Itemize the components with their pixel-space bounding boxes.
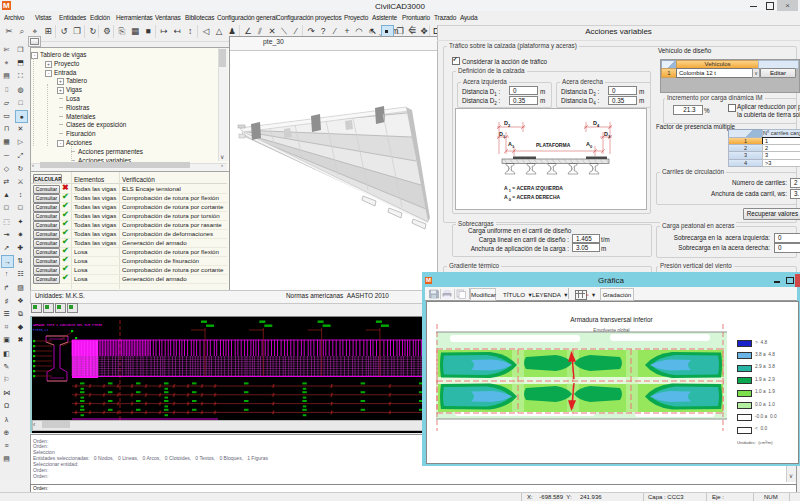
svg-text:ARMADO TIPO 1 CONJUNTO DEL EJE: ARMADO TIPO 1 CONJUNTO DEL EJE PTE30 [33, 323, 102, 327]
svg-text:A0: A0 [586, 141, 593, 149]
svg-text:A1: A1 [508, 141, 515, 149]
svg-text:D1: D1 [499, 131, 506, 139]
svg-text:D2: D2 [504, 120, 511, 128]
svg-text:A 1 = ACERA IZQUIERDA: A 1 = ACERA IZQUIERDA [504, 185, 563, 193]
svg-text:PLATAFORMA: PLATAFORMA [536, 142, 571, 148]
svg-text:PTE30_L1: PTE30_L1 [33, 328, 48, 332]
svg-text:A 0 = ACERA DERECHA: A 0 = ACERA DERECHA [504, 194, 561, 202]
svg-text:D4: D4 [593, 120, 600, 128]
